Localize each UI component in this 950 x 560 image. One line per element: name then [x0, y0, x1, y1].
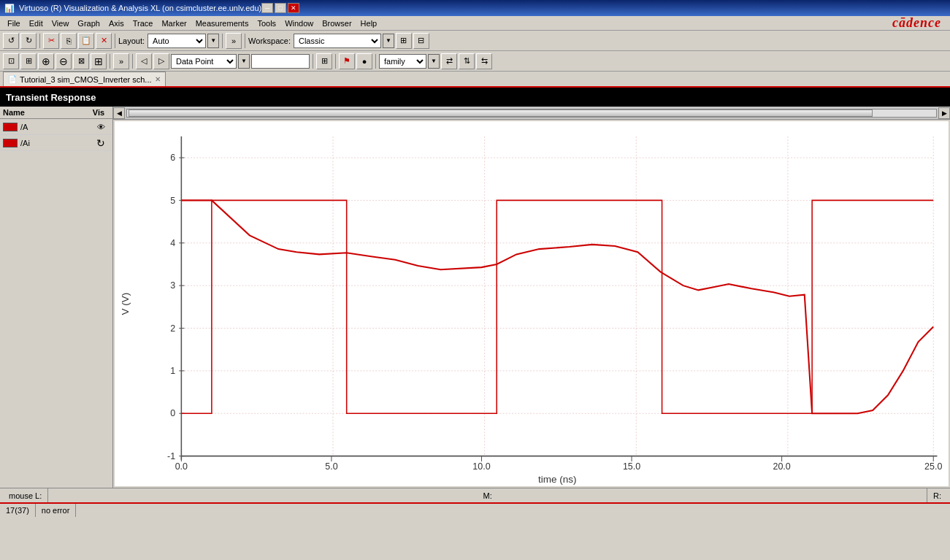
chart-wrapper: ◀ ▶	[113, 107, 950, 488]
zoom-region-btn[interactable]: ⊠	[73, 53, 89, 69]
family-select[interactable]: family	[379, 54, 426, 69]
mouse-m-label: M:	[483, 491, 492, 500]
legend-row-a: /A 👁	[0, 119, 112, 135]
scroll-left-btn[interactable]: ◀	[113, 107, 125, 119]
menu-trace[interactable]: Trace	[129, 18, 158, 28]
menu-file[interactable]: File	[3, 18, 25, 28]
title-bar: 📊 Virtuoso (R) Visualization & Analysis …	[0, 0, 950, 16]
zoom-fit-btn[interactable]: ⊡	[3, 53, 19, 69]
minimize-button[interactable]: ─	[261, 3, 273, 13]
legend-vis-ai[interactable]: ↻	[92, 137, 110, 149]
legend-label-ai: /Ai	[20, 139, 92, 147]
grid-btn[interactable]: ⊞	[316, 53, 332, 69]
cut-button[interactable]: ✂	[43, 33, 59, 49]
copy-button[interactable]: ⎘	[61, 33, 77, 49]
graph-title: Transient Response	[6, 92, 96, 103]
zoom-measure-btn[interactable]: ⊞	[91, 53, 107, 69]
svg-text:-1: -1	[167, 451, 175, 461]
title-bar-title: Virtuoso (R) Visualization & Analysis XL…	[19, 4, 261, 12]
legend-vis-a[interactable]: 👁	[92, 121, 110, 133]
cursor-mode-select[interactable]: Data Point	[171, 54, 237, 69]
menu-help[interactable]: Help	[356, 18, 382, 28]
workspace-select[interactable]: Classic	[294, 34, 381, 48]
legend-panel: Name Vis /A 👁 /Ai ↻	[0, 107, 113, 488]
maximize-button[interactable]: □	[275, 3, 286, 13]
pan-right-btn[interactable]: ▷	[153, 53, 169, 69]
menu-graph[interactable]: Graph	[73, 18, 104, 28]
title-bar-controls: ─ □ ✕	[261, 3, 299, 13]
cursor-value-input[interactable]	[251, 54, 310, 69]
error-status: no error	[42, 506, 70, 515]
family-btn-3[interactable]: ⇆	[476, 53, 492, 69]
menu-view[interactable]: View	[47, 18, 74, 28]
separator-1	[39, 34, 40, 48]
toolbar-1: ↺ ↻ ✂ ⎘ 📋 ✕ Layout: Auto ▼ » Workspace: …	[0, 31, 950, 51]
layout-select[interactable]: Auto	[148, 34, 206, 48]
mouse-m-section: M:	[48, 488, 927, 502]
marker-2-btn[interactable]: ●	[356, 53, 372, 69]
position-section: 17(37)	[0, 504, 36, 517]
svg-text:15.0: 15.0	[623, 461, 640, 472]
marker-btn[interactable]: ⚑	[339, 53, 355, 69]
legend-label-a: /A	[20, 123, 92, 131]
chart-area[interactable]: 6 5 4 3 2 1 0 -1 V (V)	[115, 121, 949, 486]
menu-measurements[interactable]: Measurements	[191, 18, 253, 28]
close-button[interactable]: ✕	[288, 3, 299, 13]
error-section: no error	[36, 504, 77, 517]
family-btn-1[interactable]: ⇄	[441, 53, 457, 69]
separator-3	[222, 34, 223, 48]
scrollbar-thumb[interactable]	[129, 110, 873, 117]
tab-label: Tutorial_3 sim_CMOS_Inverter sch...	[20, 75, 152, 84]
status-bar: mouse L: M: R:	[0, 488, 950, 502]
main-tab[interactable]: 📄 Tutorial_3 sim_CMOS_Inverter sch... ✕	[3, 72, 166, 86]
mouse-r-label: R:	[933, 491, 941, 500]
tab-close-button[interactable]: ✕	[155, 75, 161, 83]
legend-color-ai	[3, 139, 18, 147]
scrollbar-track[interactable]	[126, 109, 937, 118]
svg-text:5.0: 5.0	[325, 461, 337, 472]
svg-text:25.0: 25.0	[924, 461, 942, 472]
svg-text:3: 3	[170, 280, 175, 291]
layout-dropdown-btn[interactable]: ▼	[207, 34, 219, 48]
undo-button[interactable]: ↺	[3, 33, 19, 49]
zoom-in-btn[interactable]: ⊕	[38, 53, 54, 69]
separator-4	[245, 34, 245, 48]
separator-8	[335, 54, 336, 69]
legend-row-ai: /Ai ↻	[0, 135, 112, 151]
menu-window[interactable]: Window	[280, 18, 318, 28]
svg-rect-0	[115, 121, 949, 486]
workspace-dropdown-btn[interactable]: ▼	[383, 34, 394, 48]
menu-bar: File Edit View Graph Axis Trace Marker M…	[0, 16, 950, 31]
family-dropdown[interactable]: ▼	[428, 54, 440, 69]
menu-axis[interactable]: Axis	[104, 18, 129, 28]
pan-left-btn[interactable]: ◁	[136, 53, 152, 69]
expand-btn-2[interactable]: »	[113, 53, 129, 69]
menu-tools[interactable]: Tools	[253, 18, 280, 28]
zoom-out-btn[interactable]: ⊖	[55, 53, 72, 69]
svg-text:time (ns): time (ns)	[538, 474, 576, 485]
legend-name-col: Name	[3, 108, 88, 117]
delete-button[interactable]: ✕	[96, 33, 112, 49]
workspace-btn-2[interactable]: ⊟	[413, 33, 429, 49]
app-icon: 📊	[4, 4, 15, 13]
workspace-btn-1[interactable]: ⊞	[396, 33, 412, 49]
graph-container: Name Vis /A 👁 /Ai ↻ ◀ ▶	[0, 107, 950, 488]
svg-text:2: 2	[170, 323, 175, 334]
menu-marker[interactable]: Marker	[157, 18, 191, 28]
menu-edit[interactable]: Edit	[25, 18, 47, 28]
menu-browser[interactable]: Browser	[318, 18, 356, 28]
svg-text:4: 4	[170, 238, 175, 248]
toolbar-2: ⊡ ⊞ ⊕ ⊖ ⊠ ⊞ » ◁ ▷ Data Point ▼ ⊞ ⚑ ● fam…	[0, 51, 950, 72]
paste-button[interactable]: 📋	[78, 33, 94, 49]
scroll-right-btn[interactable]: ▶	[938, 107, 950, 119]
expand-icon[interactable]: »	[226, 33, 242, 49]
redo-button[interactable]: ↻	[20, 33, 37, 49]
separator-2	[115, 34, 115, 48]
position-value: 17(37)	[6, 506, 29, 515]
mouse-r-section: R:	[927, 488, 947, 502]
cursor-mode-dropdown[interactable]: ▼	[238, 54, 250, 69]
zoom-prev-btn[interactable]: ⊞	[20, 53, 37, 69]
mouse-l-label: mouse L:	[9, 491, 42, 500]
separator-5	[110, 54, 110, 69]
family-btn-2[interactable]: ⇅	[459, 53, 475, 69]
